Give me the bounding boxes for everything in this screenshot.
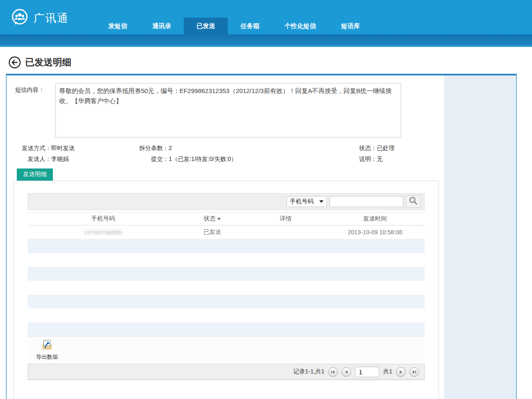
nav-tab-4[interactable]: 任务箱 — [228, 18, 272, 34]
right-side-area — [444, 75, 516, 399]
sms-content-row: 短信内容： 尊敬的会员，您的保养抵用券50元，编号：EF299862312353… — [7, 83, 444, 137]
main-nav: 发短信通讯录已发送任务箱个性化短信短语库 — [96, 18, 373, 34]
cell-status: 已发送 — [178, 228, 246, 236]
records-text: 记录1-1,共1 — [293, 368, 324, 376]
col-header-phone-label: 手机号码 — [91, 215, 115, 222]
title-row: 已发送明细 — [0, 47, 532, 74]
detail-container: 手机号码 手机号码 — [13, 181, 439, 399]
field-sender: 发送人：李晓娟 — [7, 153, 126, 164]
field-submit: 提交：1（已发:1/待发:0/失败:0） — [126, 153, 359, 164]
table-empty-row — [28, 322, 425, 336]
chevron-down-icon — [319, 200, 323, 203]
search-field-label: 手机号码 — [290, 198, 313, 205]
col-header-status-label: 状态 — [203, 215, 215, 222]
brand: 广讯通 — [10, 8, 69, 28]
detail-table: 手机号码 状态 详情 发送时间 13765748856已发送2013-10-09… — [28, 212, 425, 336]
sort-caret-icon — [217, 218, 221, 220]
col-header-detail[interactable]: 详情 — [246, 215, 325, 223]
search-field-select[interactable]: 手机号码 — [287, 196, 327, 207]
nav-tab-1[interactable]: 发短信 — [96, 18, 140, 34]
export-data-button[interactable]: 导出数据 — [36, 339, 58, 361]
pagination-bar: 记录1-1,共1 共1 — [28, 364, 425, 380]
status-label: 状态 — [359, 145, 371, 151]
search-button[interactable] — [406, 195, 421, 208]
export-icon — [42, 345, 52, 352]
field-send-mode: 发送方式：即时发送 — [7, 142, 126, 153]
colon: ： — [45, 155, 51, 162]
nav-tab-6[interactable]: 短语库 — [329, 18, 373, 34]
back-button[interactable] — [8, 56, 21, 69]
page-number-input[interactable] — [355, 367, 379, 377]
colon: ： — [163, 155, 169, 162]
colon: ： — [45, 145, 51, 151]
prev-page-button[interactable] — [342, 367, 351, 377]
meta-row-1: 发送方式：即时发送 拆分条数：2 状态：已处理 — [7, 142, 444, 153]
meta-row-2: 发送人：李晓娟 提交：1（已发:1/待发:0/失败:0） 说明：无 — [7, 153, 444, 164]
app-header: 广讯通 发短信通讯录已发送任务箱个性化短信短语库 — [0, 0, 532, 34]
table-body: 13765748856已发送2013-10-09 10:58:08 — [28, 225, 425, 336]
col-header-detail-label: 详情 — [280, 215, 292, 222]
col-header-status[interactable]: 状态 — [178, 215, 246, 223]
table-empty-row — [28, 239, 425, 253]
brand-name: 广讯通 — [34, 11, 69, 26]
field-status: 状态：已处理 — [359, 142, 444, 153]
table-row[interactable]: 13765748856已发送2013-10-09 10:58:08 — [28, 225, 425, 239]
page-title: 已发送明细 — [25, 56, 71, 69]
table-header-row: 手机号码 状态 详情 发送时间 — [28, 212, 425, 225]
table-empty-row — [28, 281, 425, 295]
main-panel: 短信内容： 尊敬的会员，您的保养抵用券50元，编号：EF299862312353… — [6, 74, 517, 399]
cell-time: 2013-10-09 10:58:08 — [325, 229, 425, 236]
sender-label: 发送人 — [14, 153, 45, 164]
first-page-button[interactable] — [328, 367, 338, 377]
cell-phone: 13765748856 — [28, 229, 178, 236]
total-pages-text: 共1 — [383, 368, 392, 376]
colon: ： — [163, 145, 169, 151]
submit-value: 1（已发:1/待发:0/失败:0） — [169, 155, 237, 162]
split-label: 拆分条数 — [126, 142, 163, 153]
sender-value: 李晓娟 — [51, 155, 69, 162]
sms-content-box[interactable]: 尊敬的会员，您的保养抵用券50元，编号：EF299862312353（2012/… — [55, 83, 401, 137]
tab-send-detail[interactable]: 发送明细 — [17, 168, 53, 181]
send-mode-value: 即时发送 — [51, 145, 75, 151]
nav-tab-3[interactable]: 已发送 — [184, 18, 228, 34]
table-empty-row — [28, 253, 425, 267]
note-value: 无 — [377, 155, 383, 162]
detail-grid: 手机号码 手机号码 — [28, 193, 425, 380]
status-value: 已处理 — [377, 145, 394, 151]
table-empty-row — [28, 308, 425, 322]
export-label: 导出数据 — [36, 353, 58, 361]
header-strip — [0, 34, 532, 47]
grid-footer: 导出数据 — [28, 336, 425, 364]
col-header-time[interactable]: 发送时间 — [325, 215, 425, 223]
search-input[interactable] — [329, 196, 403, 207]
submit-label: 提交 — [126, 153, 163, 164]
col-header-time-label: 发送时间 — [363, 215, 387, 222]
panel-content: 短信内容： 尊敬的会员，您的保养抵用券50元，编号：EF299862312353… — [7, 75, 444, 399]
nav-tab-2[interactable]: 通讯录 — [140, 18, 184, 34]
table-empty-row — [28, 295, 425, 308]
colon: ： — [371, 145, 377, 151]
last-page-button[interactable] — [409, 367, 419, 377]
field-split-count: 拆分条数：2 — [126, 142, 359, 153]
search-icon — [409, 196, 418, 207]
brand-logo-icon — [10, 8, 29, 28]
table-empty-row — [28, 267, 425, 281]
meta-block: 发送方式：即时发送 拆分条数：2 状态：已处理 发送人：李晓娟 提交：1（已发:… — [7, 142, 444, 164]
next-page-button[interactable] — [396, 367, 406, 377]
note-label: 说明 — [359, 155, 371, 162]
split-value: 2 — [169, 145, 172, 151]
field-note: 说明：无 — [359, 153, 444, 164]
sms-content-label: 短信内容： — [15, 83, 55, 137]
grid-toolbar: 手机号码 — [28, 193, 425, 210]
nav-tab-5[interactable]: 个性化短信 — [272, 18, 329, 34]
col-header-phone[interactable]: 手机号码 — [28, 215, 178, 223]
send-mode-label: 发送方式 — [14, 142, 45, 153]
colon: ： — [371, 155, 377, 162]
